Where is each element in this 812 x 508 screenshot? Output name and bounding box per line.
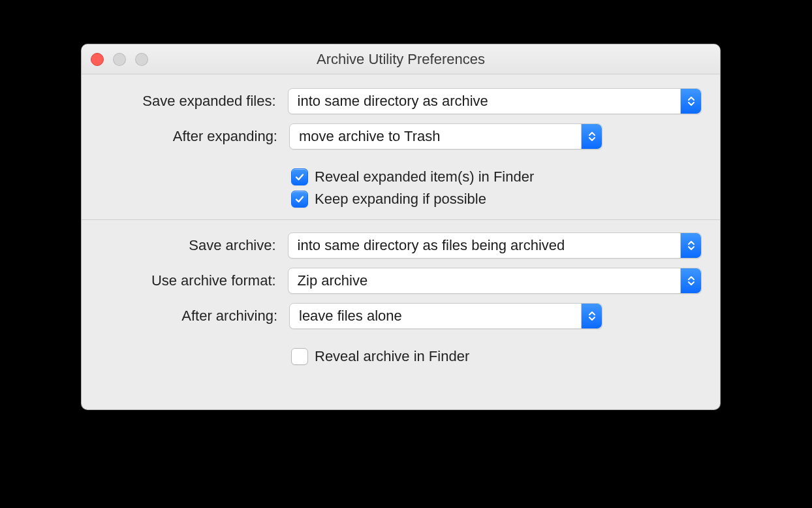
label-after-expanding: After expanding: <box>100 128 277 145</box>
preferences-window: Archive Utility Preferences Save expande… <box>81 44 721 410</box>
popup-after-archiving[interactable]: leave files alone <box>289 303 602 329</box>
checkbox-reveal-archive[interactable] <box>291 348 308 365</box>
label-reveal-archive: Reveal archive in Finder <box>315 348 469 365</box>
label-after-archiving: After archiving: <box>100 308 277 325</box>
label-keep-expanding: Keep expanding if possible <box>315 191 486 208</box>
row-archive-format: Use archive format: Zip archive <box>82 263 720 298</box>
chevron-updown-icon <box>581 304 602 328</box>
popup-save-expanded[interactable]: into same directory as archive <box>288 88 702 114</box>
popup-value: into same directory as archive <box>289 93 680 110</box>
close-icon[interactable] <box>91 53 104 66</box>
chevron-updown-icon <box>680 89 701 114</box>
titlebar: Archive Utility Preferences <box>82 44 720 74</box>
row-after-archiving: After archiving: leave files alone <box>82 298 720 334</box>
checkbox-reveal-expanded[interactable] <box>291 168 308 185</box>
chevron-updown-icon <box>680 233 701 258</box>
window-title: Archive Utility Preferences <box>82 51 720 68</box>
popup-value: move archive to Trash <box>290 128 581 145</box>
row-keep-expanding: Keep expanding if possible <box>291 188 720 210</box>
chevron-updown-icon <box>680 268 701 293</box>
popup-value: into same directory as files being archi… <box>289 237 680 254</box>
row-after-expanding: After expanding: move archive to Trash <box>82 119 720 154</box>
popup-archive-format[interactable]: Zip archive <box>288 268 702 294</box>
minimize-icon <box>113 53 126 66</box>
row-save-expanded: Save expanded files: into same directory… <box>82 84 720 119</box>
section-divider <box>82 219 720 220</box>
popup-value: leave files alone <box>290 308 581 325</box>
window-controls <box>91 53 148 66</box>
checkbox-keep-expanding[interactable] <box>291 191 308 208</box>
label-save-archive: Save archive: <box>100 237 276 254</box>
popup-save-archive[interactable]: into same directory as files being archi… <box>288 232 702 259</box>
row-save-archive: Save archive: into same directory as fil… <box>82 228 720 263</box>
content: Save expanded files: into same directory… <box>82 74 720 368</box>
popup-value: Zip archive <box>289 272 680 289</box>
maximize-icon <box>135 53 148 66</box>
chevron-updown-icon <box>581 124 602 149</box>
label-save-expanded: Save expanded files: <box>100 93 276 110</box>
label-reveal-expanded: Reveal expanded item(s) in Finder <box>315 168 534 185</box>
label-archive-format: Use archive format: <box>100 272 276 289</box>
row-reveal-expanded: Reveal expanded item(s) in Finder <box>291 166 720 188</box>
popup-after-expanding[interactable]: move archive to Trash <box>289 123 602 150</box>
row-reveal-archive: Reveal archive in Finder <box>291 345 720 368</box>
